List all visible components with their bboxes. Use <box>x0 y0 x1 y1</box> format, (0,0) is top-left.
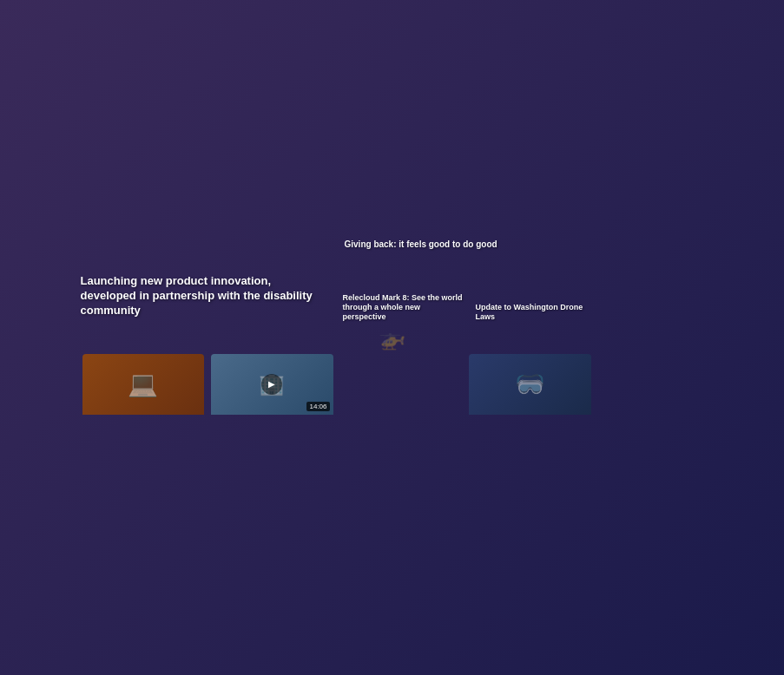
hero-br-title: Update to Washington Drone Laws <box>476 303 583 321</box>
content-area: 🧑 📋 Launching new product innovation, de… <box>72 143 758 572</box>
duration-badge-2: 14:06 <box>306 402 329 411</box>
hero-tr-title: Giving back: it feels good to do good <box>345 239 497 249</box>
play-button-2[interactable]: ▶ <box>261 374 282 395</box>
center-column: 🧑 📋 Launching new product innovation, de… <box>72 143 602 572</box>
feed-card-image-2: 🏢 ▶ 14:06 <box>211 354 333 415</box>
hero-section: 🧑 📋 Launching new product innovation, de… <box>72 143 602 327</box>
hero-bl-title: Relecloud Mark 8: See the world through … <box>343 293 463 321</box>
main-content: RELECLOUD Home Who we are ▾ What's happe… <box>72 77 758 572</box>
hero-tr-text: Giving back: it feels good to do good <box>345 239 497 249</box>
hero-bottom-right-2[interactable]: 🚁 Update to Washington Drone Laws <box>471 258 602 327</box>
hero-rb1-text: Relecloud Mark 8: See the world through … <box>343 293 464 321</box>
feed-card-image-4: 🥽 <box>469 354 591 415</box>
feed-img-4-visual: 🥽 <box>469 354 591 415</box>
hero-main-text: Launching new product innovation, develo… <box>81 274 327 318</box>
feed-img-1-visual: 💻 <box>82 354 205 415</box>
hero-rb2-text: Update to Washington Drone Laws <box>476 303 596 322</box>
hero-bottom-right: Relecloud Mark 8: See the world through … <box>338 258 602 327</box>
feed-card-image-1: 💻 <box>82 354 205 415</box>
hero-main-title-text: Launching new product innovation, develo… <box>81 274 313 317</box>
